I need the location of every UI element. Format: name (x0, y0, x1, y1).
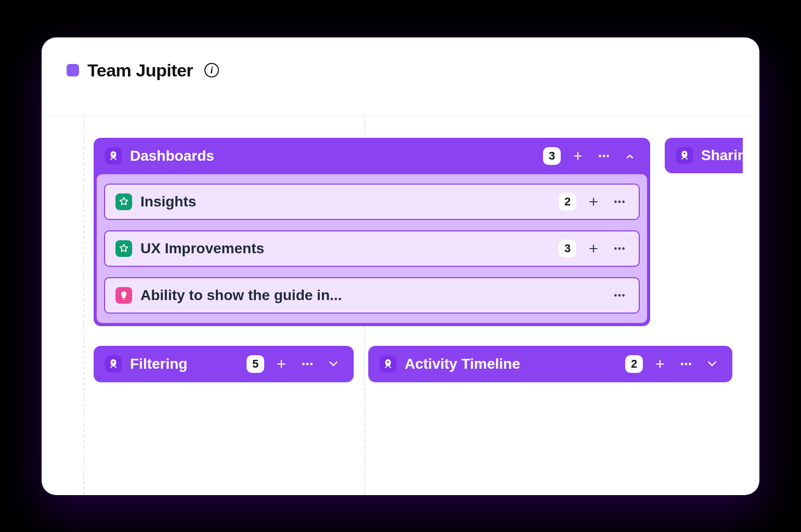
more-button[interactable] (611, 240, 628, 257)
column-dashboards-body: Insights 2 UX Improvements 3 (97, 174, 647, 323)
more-button[interactable] (611, 287, 628, 304)
column-sharing: Sharin (665, 138, 743, 173)
item-count: 3 (559, 240, 576, 257)
more-button[interactable] (677, 355, 695, 373)
add-button[interactable] (569, 147, 587, 165)
expand-button[interactable] (325, 355, 342, 373)
team-color-swatch (67, 64, 79, 76)
column-activity-count: 2 (625, 355, 643, 373)
rocket-icon (676, 147, 693, 164)
collapse-button[interactable] (621, 147, 639, 165)
add-button[interactable] (585, 240, 602, 257)
info-icon[interactable]: i (204, 63, 219, 77)
column-filtering-count: 5 (247, 355, 264, 373)
rocket-icon (380, 356, 396, 372)
add-button[interactable] (273, 355, 290, 373)
more-button[interactable] (611, 193, 628, 211)
star-icon (115, 193, 132, 210)
item-count: 2 (559, 193, 576, 211)
column-dashboards-title: Dashboards (130, 148, 535, 164)
item-title: Insights (140, 193, 550, 210)
star-icon (115, 240, 132, 257)
more-button[interactable] (299, 355, 316, 373)
column-filtering: Filtering 5 (94, 346, 354, 382)
item-title: Ability to show the guide in... (140, 287, 602, 304)
timeline-board: Dashboards 3 Insights 2 (42, 115, 759, 495)
add-button[interactable] (585, 193, 602, 211)
column-activity-title: Activity Timeline (405, 356, 617, 372)
list-item[interactable]: Ability to show the guide in... (104, 277, 640, 314)
list-item[interactable]: UX Improvements 3 (104, 230, 640, 267)
rocket-icon (105, 148, 122, 164)
lightbulb-icon (115, 287, 132, 304)
column-dashboards: Dashboards 3 Insights 2 (94, 138, 650, 326)
column-filtering-title: Filtering (130, 356, 238, 372)
column-activity-timeline: Activity Timeline 2 (368, 346, 732, 382)
rocket-icon (105, 356, 122, 372)
page-header: Team Jupiter i (42, 37, 759, 95)
column-activity-header[interactable]: Activity Timeline 2 (368, 346, 732, 382)
more-button[interactable] (595, 147, 613, 165)
team-title: Team Jupiter (87, 60, 193, 81)
expand-button[interactable] (703, 355, 721, 373)
column-filtering-header[interactable]: Filtering 5 (94, 346, 354, 382)
item-title: UX Improvements (140, 240, 550, 257)
column-dashboards-count: 3 (543, 147, 561, 165)
board-panel: Team Jupiter i Dashboards 3 (42, 37, 759, 495)
column-sharing-title: Sharin (701, 147, 743, 164)
add-button[interactable] (651, 355, 669, 373)
column-dashboards-header[interactable]: Dashboards 3 (94, 138, 650, 174)
list-item[interactable]: Insights 2 (104, 184, 640, 220)
column-sharing-header[interactable]: Sharin (665, 138, 743, 173)
